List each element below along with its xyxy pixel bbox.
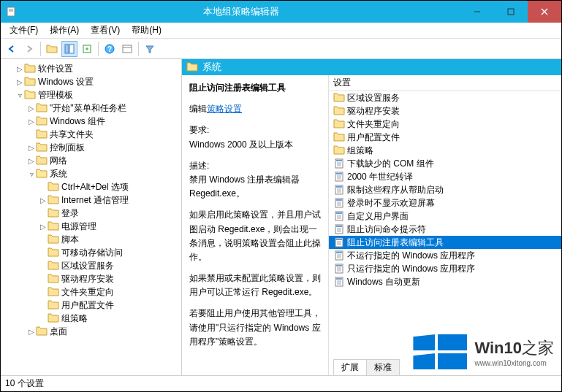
tree-item[interactable]: 登录 xyxy=(1,207,181,220)
list-item[interactable]: 登录时不显示欢迎屏幕 xyxy=(329,196,561,210)
list-item[interactable]: Windows 自动更新 xyxy=(329,275,561,288)
list-item[interactable]: 下载缺少的 COM 组件 xyxy=(329,157,561,170)
expand-toggle[interactable]: ▷ xyxy=(27,144,36,152)
up-button[interactable] xyxy=(44,41,60,57)
tree-item[interactable]: ▷电源管理 xyxy=(1,220,181,233)
maximize-button[interactable] xyxy=(494,1,528,23)
folder-icon xyxy=(333,145,345,155)
folder-icon xyxy=(36,142,48,153)
tree-panel[interactable]: ▷软件设置▷Windows 设置▿管理模板▷"开始"菜单和任务栏▷Windows… xyxy=(1,59,182,375)
folder-icon xyxy=(24,77,36,87)
list-item[interactable]: 2000 年世纪转译 xyxy=(329,170,561,183)
tree-label: 用户配置文件 xyxy=(61,299,114,312)
content-title: 系统 xyxy=(202,61,221,74)
tree-item[interactable]: 共享文件夹 xyxy=(1,128,181,141)
tree-item[interactable]: 组策略 xyxy=(1,312,181,325)
show-tree-button[interactable] xyxy=(61,41,77,57)
list-item[interactable]: 驱动程序安装 xyxy=(329,104,561,118)
tree-item[interactable]: 可移动存储访问 xyxy=(1,246,181,259)
list-item[interactable]: 限制这些程序从帮助启动 xyxy=(329,183,561,196)
list-label: 自定义用户界面 xyxy=(347,210,409,223)
tree-item[interactable]: Ctrl+Alt+Del 选项 xyxy=(1,180,181,193)
list-item[interactable]: 自定义用户界面 xyxy=(329,210,561,223)
tree-label: 桌面 xyxy=(50,326,67,338)
setting-icon xyxy=(333,237,345,247)
list-item[interactable]: 组策略 xyxy=(329,144,561,157)
export-button[interactable] xyxy=(79,41,95,57)
edit-policy-link[interactable]: 策略设置 xyxy=(207,104,242,114)
tree-item[interactable]: ▷Internet 通信管理 xyxy=(1,193,181,207)
tree-item[interactable]: 区域设置服务 xyxy=(1,259,181,272)
list-item[interactable]: 阻止访问命令提示符 xyxy=(329,223,561,236)
setting-icon xyxy=(333,172,345,182)
list-item[interactable]: 区域设置服务 xyxy=(329,91,561,104)
setting-icon xyxy=(333,264,345,274)
list-item[interactable]: 不运行指定的 Windows 应用程序 xyxy=(329,249,561,262)
tree-item[interactable]: 驱动程序安装 xyxy=(1,272,181,285)
list-label: 文件夹重定向 xyxy=(347,118,400,131)
tree-item[interactable]: 文件夹重定向 xyxy=(1,285,181,299)
expand-toggle[interactable]: ▷ xyxy=(39,223,48,231)
menu-file[interactable]: 文件(F) xyxy=(4,23,44,38)
view-tabs: 扩展 标准 xyxy=(329,359,561,375)
setting-icon xyxy=(333,185,345,195)
tree-item[interactable]: ▷网络 xyxy=(1,154,181,167)
list-label: Windows 自动更新 xyxy=(347,276,420,288)
folder-icon xyxy=(333,93,345,103)
tab-standard[interactable]: 标准 xyxy=(366,359,400,375)
list-item[interactable]: 用户配置文件 xyxy=(329,131,561,144)
svg-rect-25 xyxy=(336,186,342,188)
minimize-button[interactable] xyxy=(460,1,494,23)
menu-help[interactable]: 帮助(H) xyxy=(126,23,167,38)
content-panel: 系统 阻止访问注册表编辑工具 编辑策略设置 要求:Windows 2000 及以… xyxy=(182,59,561,375)
expand-toggle[interactable]: ▿ xyxy=(15,91,24,99)
tree-item[interactable]: ▿管理模板 xyxy=(1,88,181,101)
toolbar: ? xyxy=(1,39,561,59)
filter-button[interactable] xyxy=(142,41,158,57)
close-button[interactable] xyxy=(528,1,561,23)
tree-item[interactable]: ▷"开始"菜单和任务栏 xyxy=(1,101,181,115)
back-button[interactable] xyxy=(4,41,20,57)
help-button[interactable]: ? xyxy=(102,41,118,57)
expand-toggle[interactable]: ▷ xyxy=(27,157,36,165)
list-column-header[interactable]: 设置 xyxy=(329,75,561,91)
list-item[interactable]: 阻止访问注册表编辑工具 xyxy=(329,236,561,249)
expand-toggle[interactable]: ▷ xyxy=(39,196,48,204)
expand-toggle[interactable]: ▷ xyxy=(27,328,36,336)
svg-rect-55 xyxy=(336,265,342,266)
svg-rect-8 xyxy=(69,45,74,53)
list-item[interactable]: 文件夹重定向 xyxy=(329,118,561,131)
expand-toggle[interactable]: ▷ xyxy=(15,78,24,86)
setting-icon xyxy=(333,158,345,169)
svg-rect-4 xyxy=(508,9,514,15)
list-label: 驱动程序安装 xyxy=(347,105,400,118)
folder-icon xyxy=(36,129,48,139)
menu-view[interactable]: 查看(V) xyxy=(85,23,126,38)
tree-item[interactable]: ▿系统 xyxy=(1,167,181,180)
tree-label: 控制面板 xyxy=(50,142,85,154)
forward-button[interactable] xyxy=(21,41,37,57)
list-item[interactable]: 只运行指定的 Windows 应用程序 xyxy=(329,262,561,275)
expand-toggle[interactable]: ▷ xyxy=(15,65,24,73)
tree-item[interactable]: ▷软件设置 xyxy=(1,62,181,75)
tree-item[interactable]: ▷控制面板 xyxy=(1,141,181,154)
tree-item[interactable]: 脚本 xyxy=(1,233,181,246)
folder-icon xyxy=(333,119,345,129)
tree-label: 系统 xyxy=(50,168,67,180)
tab-extended[interactable]: 扩展 xyxy=(333,359,367,375)
tree-item[interactable]: ▷Windows 设置 xyxy=(1,75,181,88)
settings-list[interactable]: 区域设置服务驱动程序安装文件夹重定向用户配置文件组策略下载缺少的 COM 组件2… xyxy=(329,91,561,359)
properties-button[interactable] xyxy=(119,41,135,57)
menu-action[interactable]: 操作(A) xyxy=(44,23,85,38)
tree-label: Internet 通信管理 xyxy=(61,194,129,207)
status-text: 10 个设置 xyxy=(5,377,44,390)
list-label: 阻止访问命令提示符 xyxy=(347,223,426,236)
expand-toggle[interactable]: ▷ xyxy=(27,118,36,126)
svg-rect-7 xyxy=(65,45,69,53)
tree-item[interactable]: ▷桌面 xyxy=(1,325,181,338)
expand-toggle[interactable]: ▿ xyxy=(27,170,36,178)
expand-toggle[interactable]: ▷ xyxy=(27,104,36,112)
tree-item[interactable]: 用户配置文件 xyxy=(1,299,181,312)
tree-item[interactable]: ▷Windows 组件 xyxy=(1,115,181,128)
selected-policy-name: 阻止访问注册表编辑工具 xyxy=(189,81,321,95)
